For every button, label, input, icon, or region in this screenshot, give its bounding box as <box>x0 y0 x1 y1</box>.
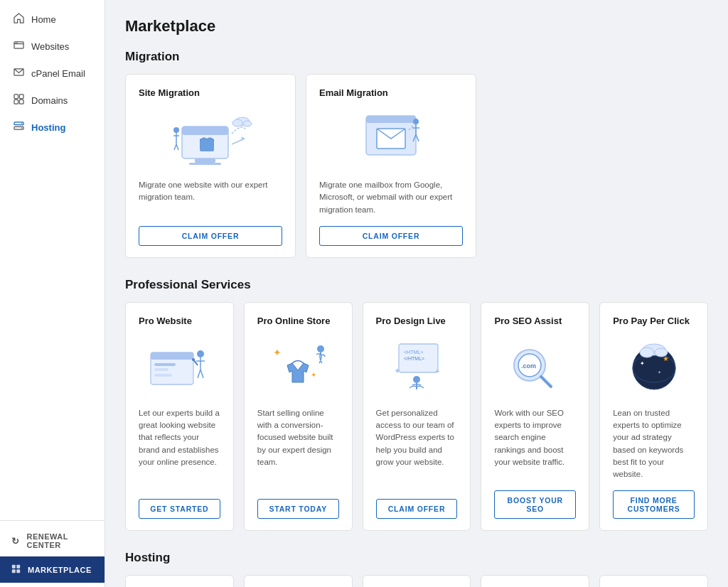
svg-point-45 <box>413 376 420 383</box>
svg-rect-19 <box>195 158 215 163</box>
email-migration-btn[interactable]: CLAIM OFFER <box>319 226 463 246</box>
pro-seo-assist-btn[interactable]: BOOST YOUR SEO <box>494 490 576 519</box>
svg-rect-13 <box>12 565 16 569</box>
site-migration-desc: Migrate one website with our expert migr… <box>139 179 282 216</box>
svg-point-24 <box>232 119 242 126</box>
pro-website-illustration <box>139 335 220 399</box>
pro-website-btn[interactable]: GET STARTED <box>139 499 220 519</box>
pro-services-cards: Pro Website Let our experts build a grea… <box>125 302 708 532</box>
email-migration-illustration <box>319 107 463 171</box>
svg-rect-15 <box>12 569 16 573</box>
sidebar-item-hosting-label: Hosting <box>31 122 65 133</box>
hosting-cards: Shared Hosting VPS Hosting <box>125 575 708 587</box>
svg-text:✦: ✦ <box>640 360 645 367</box>
svg-text:✦: ✦ <box>394 366 401 376</box>
sidebar-bottom-renewal-label: RENEWAL CENTER <box>27 532 94 549</box>
svg-rect-16 <box>16 569 20 573</box>
svg-rect-6 <box>19 95 23 99</box>
email-migration-card: Email Migration Migrate one mailbox from <box>306 74 476 258</box>
svg-text:✦: ✦ <box>658 370 661 375</box>
pro-website-desc: Let our experts build a great looking we… <box>139 407 220 490</box>
pro-seo-assist-card: Pro SEO Assist .com Work with our SEO ex… <box>481 302 589 532</box>
sidebar-item-home[interactable]: Home <box>0 6 105 33</box>
svg-point-11 <box>21 123 23 124</box>
marketplace-icon <box>11 564 21 576</box>
site-migration-illustration <box>139 107 282 171</box>
vps-hosting-card[interactable]: VPS Hosting <box>244 575 353 587</box>
renewal-icon: ↻ <box>11 536 20 546</box>
pro-online-store-illustration: ✦ ✦ <box>257 335 339 399</box>
migration-section-title: Migration <box>125 50 708 64</box>
sidebar-item-domains[interactable]: Domains <box>0 87 105 114</box>
home-icon <box>14 13 24 26</box>
svg-point-25 <box>243 121 252 126</box>
svg-text:★: ★ <box>663 355 669 362</box>
svg-text:✦: ✦ <box>434 367 440 375</box>
email-migration-title: Email Migration <box>319 87 463 98</box>
pro-design-live-btn[interactable]: CLAIM OFFER <box>376 499 458 519</box>
svg-rect-28 <box>366 116 416 123</box>
sidebar-item-websites-label: Websites <box>31 41 69 52</box>
hosting-icon <box>14 121 24 134</box>
pro-services-section-title: Professional Services <box>125 278 708 292</box>
sidebar-item-cpanel-email[interactable]: cPanel Email <box>0 60 105 87</box>
websites-icon <box>14 40 24 53</box>
svg-point-26 <box>173 127 179 133</box>
svg-text:✦: ✦ <box>311 371 316 379</box>
svg-text:✦: ✦ <box>273 347 282 358</box>
svg-rect-35 <box>154 374 172 377</box>
sidebar-item-cpanel-email-label: cPanel Email <box>31 68 85 79</box>
pro-online-store-title: Pro Online Store <box>257 316 339 326</box>
page-title: Marketplace <box>125 17 708 36</box>
svg-point-39 <box>317 345 324 352</box>
pro-seo-assist-title: Pro SEO Assist <box>494 316 576 326</box>
pro-ppc-btn[interactable]: FIND MORE CUSTOMERS <box>613 490 695 519</box>
svg-point-56 <box>640 348 654 357</box>
hosting-section-title: Hosting <box>125 551 708 565</box>
shared-hosting-card[interactable]: Shared Hosting <box>125 575 234 587</box>
pro-website-title: Pro Website <box>139 316 220 326</box>
domains-icon <box>14 94 24 107</box>
svg-rect-18 <box>182 126 228 135</box>
bluehost-cloud-card[interactable]: Bluehost Cloud <box>599 575 708 587</box>
pro-website-card: Pro Website Let our experts build a grea… <box>125 302 234 532</box>
svg-text:</HTML>: </HTML> <box>404 356 424 361</box>
pro-design-live-illustration: <HTML> </HTML> ✦ ✦ <box>376 335 458 399</box>
pro-online-store-btn[interactable]: START TODAY <box>257 499 339 519</box>
sidebar-item-domains-label: Domains <box>31 95 68 106</box>
main-content: Marketplace Migration Site Migration <box>105 0 728 587</box>
pro-seo-assist-desc: Work with our SEO experts to improve sea… <box>494 407 576 481</box>
svg-rect-33 <box>154 363 176 366</box>
svg-rect-14 <box>16 565 20 569</box>
svg-rect-7 <box>14 99 18 104</box>
pro-online-store-card: Pro Online Store ✦ ✦ Start selling onlin… <box>244 302 353 532</box>
site-migration-btn[interactable]: CLAIM OFFER <box>139 226 282 246</box>
pro-ppc-desc: Lean on trusted experts to optimize your… <box>613 407 695 481</box>
migration-cards: Site Migration <box>125 74 708 258</box>
email-migration-desc: Migrate one mailbox from Google, Microso… <box>319 179 463 216</box>
svg-rect-8 <box>19 99 23 104</box>
svg-line-50 <box>541 377 551 387</box>
svg-rect-5 <box>14 95 18 99</box>
sidebar-bottom-renewal[interactable]: ↻ RENEWAL CENTER <box>0 525 105 556</box>
sidebar-item-home-label: Home <box>31 14 56 25</box>
svg-rect-34 <box>154 368 168 371</box>
svg-rect-32 <box>151 352 193 360</box>
sidebar-item-hosting[interactable]: Hosting <box>0 114 105 141</box>
site-migration-title: Site Migration <box>139 87 282 98</box>
svg-point-38 <box>192 358 195 361</box>
wordpress-hosting-card[interactable]: WordPress Hosting W <box>481 575 589 587</box>
svg-point-30 <box>413 119 419 124</box>
dedicated-hosting-card[interactable]: Dedicated Hosting <HTML> </HTML> <box>363 575 471 587</box>
sidebar-item-websites[interactable]: Websites <box>0 33 105 60</box>
sidebar-bottom-marketplace[interactable]: MARKETPLACE <box>0 556 105 583</box>
pro-design-live-desc: Get personalized access to our team of W… <box>376 407 458 490</box>
svg-text:<HTML>: <HTML> <box>404 350 423 355</box>
pro-seo-assist-illustration: .com <box>494 335 576 399</box>
pro-ppc-illustration: ✦ ✦ ★ <box>613 335 695 399</box>
pro-design-live-title: Pro Design Live <box>376 316 458 326</box>
pro-ppc-card: Pro Pay Per Click ✦ ✦ ★ Lean on t <box>599 302 708 532</box>
sidebar: Home Websites cPanel Email Domains Hosti… <box>0 0 105 587</box>
sidebar-bottom: ↻ RENEWAL CENTER MARKETPLACE <box>0 520 105 587</box>
sidebar-nav: Home Websites cPanel Email Domains Hosti… <box>0 0 105 520</box>
